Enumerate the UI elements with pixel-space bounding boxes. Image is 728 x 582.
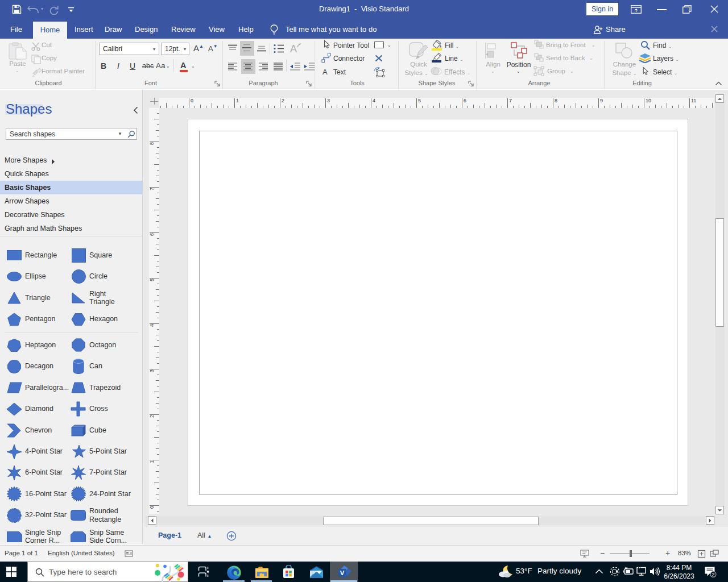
svg-text:0: 0 — [149, 506, 155, 509]
svg-text:1: 1 — [236, 98, 239, 103]
svg-text:2: 2 — [149, 415, 155, 418]
svg-text:2: 2 — [712, 571, 714, 577]
svg-text:7: 7 — [149, 188, 155, 190]
svg-text:1: 1 — [149, 460, 155, 463]
svg-text:2: 2 — [282, 98, 284, 103]
svg-text:A: A — [290, 43, 297, 55]
svg-text:4: 4 — [373, 98, 375, 103]
svg-text:8: 8 — [555, 98, 557, 103]
svg-text:10: 10 — [646, 98, 651, 103]
svg-text:3: 3 — [327, 98, 330, 103]
svg-text:0: 0 — [191, 98, 193, 103]
svg-text:V: V — [340, 569, 345, 576]
svg-text:4: 4 — [149, 324, 155, 327]
svg-text:5: 5 — [418, 98, 421, 103]
svg-text:3: 3 — [149, 369, 155, 372]
svg-text:7: 7 — [509, 98, 512, 103]
svg-text:6: 6 — [464, 98, 466, 103]
svg-text:11: 11 — [691, 98, 696, 103]
svg-text:5: 5 — [149, 278, 155, 281]
svg-text:6: 6 — [149, 233, 155, 236]
svg-text:8: 8 — [149, 142, 155, 145]
svg-text:9: 9 — [600, 98, 603, 103]
